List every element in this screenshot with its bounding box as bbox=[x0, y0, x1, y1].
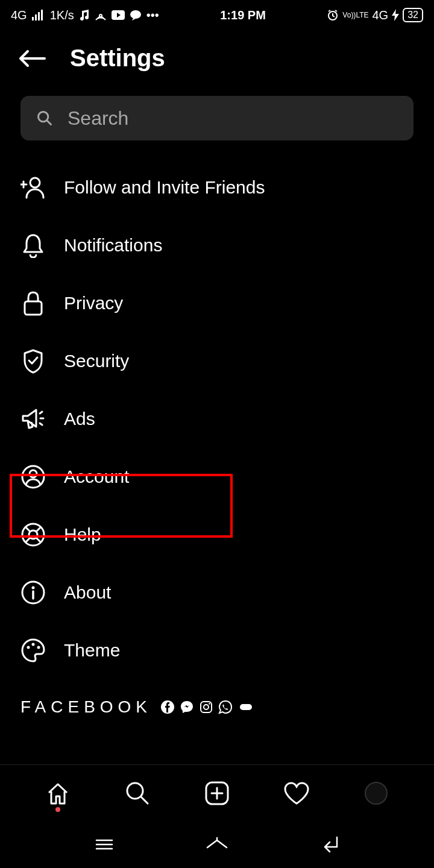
status-left: 4G 1K/s ••• bbox=[11, 8, 159, 22]
alarm-icon bbox=[327, 9, 339, 21]
charging-icon bbox=[392, 9, 399, 21]
svg-rect-9 bbox=[25, 301, 42, 315]
plus-square-icon bbox=[204, 780, 230, 807]
nav-profile[interactable] bbox=[362, 779, 390, 807]
svg-rect-3 bbox=[41, 10, 43, 20]
svg-rect-23 bbox=[240, 704, 252, 710]
svg-rect-1 bbox=[35, 14, 37, 20]
nav-activity[interactable] bbox=[283, 779, 310, 807]
info-circle-icon bbox=[20, 580, 46, 605]
svg-rect-0 bbox=[32, 17, 34, 20]
nav-search[interactable] bbox=[124, 779, 151, 807]
menu-lines-icon bbox=[94, 837, 115, 852]
svg-point-21 bbox=[204, 705, 209, 709]
menu-item-notifications[interactable]: Notifications bbox=[20, 216, 414, 274]
heart-icon bbox=[283, 781, 310, 806]
instagram-bottom-nav bbox=[0, 764, 434, 821]
facebook-brand-row: FACEBOOK bbox=[0, 679, 434, 723]
svg-point-15 bbox=[32, 587, 35, 590]
network-type-2: 4G bbox=[373, 8, 389, 22]
app-header: Settings bbox=[0, 30, 434, 96]
search-icon bbox=[36, 110, 53, 127]
svg-point-11 bbox=[30, 470, 37, 477]
instagram-icon bbox=[199, 700, 213, 714]
svg-point-26 bbox=[365, 782, 387, 804]
svg-point-8 bbox=[30, 178, 40, 187]
search-container bbox=[0, 96, 434, 159]
bell-icon bbox=[20, 233, 46, 258]
home-icon bbox=[45, 781, 71, 806]
messenger-icon bbox=[180, 700, 194, 714]
search-box[interactable] bbox=[20, 96, 414, 140]
lifebuoy-icon bbox=[20, 522, 46, 547]
svg-point-13 bbox=[29, 530, 37, 539]
sys-home[interactable] bbox=[204, 835, 230, 854]
sys-back[interactable] bbox=[316, 835, 343, 854]
search-input[interactable] bbox=[68, 107, 398, 130]
facebook-brand-text: FACEBOOK bbox=[20, 697, 152, 717]
facebook-apps-icons bbox=[160, 700, 254, 714]
android-system-nav bbox=[0, 821, 434, 868]
menu-item-ads[interactable]: Ads bbox=[20, 390, 414, 448]
menu-item-account[interactable]: Account bbox=[20, 448, 414, 506]
menu-item-privacy[interactable]: Privacy bbox=[20, 274, 414, 332]
menu-item-theme[interactable]: Theme bbox=[20, 621, 414, 679]
menu-label: Security bbox=[64, 351, 129, 371]
megaphone-icon bbox=[20, 406, 46, 432]
clock: 1:19 PM bbox=[220, 8, 266, 22]
home-outline-icon bbox=[205, 837, 229, 852]
menu-label: Privacy bbox=[64, 293, 123, 313]
page-title: Settings bbox=[70, 45, 165, 72]
battery-indicator: 32 bbox=[403, 8, 423, 22]
back-button[interactable] bbox=[18, 49, 46, 68]
user-circle-icon bbox=[20, 464, 46, 489]
chat-icon bbox=[130, 10, 142, 20]
svg-point-18 bbox=[37, 646, 40, 649]
svg-point-16 bbox=[27, 646, 30, 649]
menu-item-help[interactable]: Help bbox=[20, 506, 414, 564]
search-nav-icon bbox=[125, 781, 150, 806]
more-icon: ••• bbox=[146, 8, 159, 22]
facebook-icon bbox=[160, 700, 175, 714]
person-plus-icon bbox=[20, 175, 46, 200]
shield-check-icon bbox=[20, 348, 46, 374]
menu-label: Theme bbox=[64, 640, 120, 661]
svg-rect-2 bbox=[38, 12, 40, 20]
settings-menu: Follow and Invite Friends Notifications … bbox=[0, 159, 434, 679]
arrow-left-icon bbox=[18, 49, 46, 68]
menu-label: Account bbox=[64, 467, 129, 487]
menu-label: About bbox=[64, 582, 111, 603]
signal-icon bbox=[32, 10, 45, 20]
data-speed: 1K/s bbox=[50, 8, 74, 22]
sys-recent-apps[interactable] bbox=[91, 835, 118, 854]
lock-icon bbox=[20, 291, 46, 316]
profile-avatar-icon bbox=[364, 781, 388, 805]
svg-point-22 bbox=[209, 703, 210, 705]
notification-dot bbox=[55, 807, 60, 812]
menu-label: Notifications bbox=[64, 235, 162, 256]
menu-item-security[interactable]: Security bbox=[20, 332, 414, 390]
menu-label: Follow and Invite Friends bbox=[64, 177, 265, 198]
nav-create[interactable] bbox=[203, 779, 231, 807]
volte-indicator: Vo))LTE bbox=[342, 11, 368, 19]
back-icon bbox=[319, 836, 341, 853]
music-icon bbox=[79, 9, 90, 21]
status-right: Vo))LTE 4G 32 bbox=[327, 8, 423, 22]
menu-item-about[interactable]: About bbox=[20, 564, 414, 621]
palette-icon bbox=[20, 638, 46, 663]
menu-item-follow-invite[interactable]: Follow and Invite Friends bbox=[20, 159, 414, 216]
menu-label: Ads bbox=[64, 409, 95, 429]
network-type: 4G bbox=[11, 8, 27, 22]
whatsapp-icon bbox=[218, 700, 233, 714]
hotspot-icon bbox=[95, 10, 107, 20]
svg-point-17 bbox=[32, 643, 35, 646]
youtube-icon bbox=[112, 10, 125, 20]
oculus-icon bbox=[237, 700, 254, 714]
menu-label: Help bbox=[64, 524, 101, 545]
nav-home[interactable] bbox=[44, 779, 72, 807]
svg-point-5 bbox=[130, 10, 141, 19]
status-bar: 4G 1K/s ••• 1:19 PM Vo))LTE 4G 32 bbox=[0, 0, 434, 30]
